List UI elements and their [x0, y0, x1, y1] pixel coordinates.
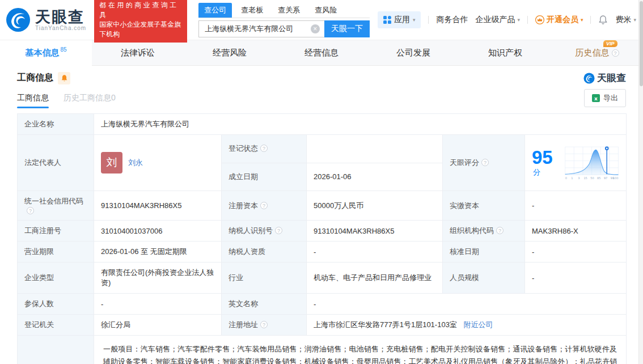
field-label: 组织机构代码?	[443, 221, 525, 242]
tab-company-development[interactable]: 公司发展	[367, 40, 459, 65]
apps-menu[interactable]: 应用 ▾	[378, 11, 421, 28]
score-number: 95	[532, 147, 553, 168]
tab-basic-info[interactable]: 基本信息 85	[0, 40, 92, 66]
vip-badge: VIP	[603, 40, 617, 47]
insured-count-value: -	[94, 294, 222, 315]
subtab-count: 0	[111, 93, 116, 102]
field-label: 注册地址?	[222, 315, 307, 336]
enterprise-products-menu[interactable]: 企业级产品 ▾	[475, 15, 520, 25]
svg-text:97: 97	[604, 176, 607, 180]
tab-history-info[interactable]: 历史信息 VIP ?	[551, 40, 643, 65]
help-icon[interactable]: ?	[260, 202, 268, 209]
field-label: 行业	[222, 263, 307, 294]
menu-divider	[590, 16, 591, 24]
tab-label: 知识产权	[488, 48, 522, 58]
tab-label: 法律诉讼	[121, 48, 155, 58]
table-row: 登记机关 徐汇分局 注册地址? 上海市徐汇区华发路777弄1号1层101-103…	[18, 315, 627, 336]
top-menu: 应用 ▾ 商务合作 企业级产品 ▾ 开通会员 ▾	[378, 11, 636, 28]
business-info-panel: 工商信息 天眼查 工商信息 历史工商信息0	[0, 66, 643, 364]
notification-bell-icon[interactable]	[598, 15, 608, 25]
avatar[interactable]: 刘	[101, 152, 122, 173]
score-unit: 分	[533, 168, 540, 176]
table-row: 企业类型 有限责任公司(外商投资企业法人独资) 行业 机动车、电子产品和日用产品…	[18, 263, 627, 294]
reg-authority-value: 徐汇分局	[94, 315, 222, 336]
legal-rep-link[interactable]: 刘永	[128, 158, 143, 168]
business-term-value: 2026-01-06 至 无固定期限	[94, 242, 222, 263]
svg-text:3: 3	[578, 176, 579, 180]
subtab-business-info[interactable]: 工商信息	[17, 93, 49, 108]
svg-text:15: 15	[583, 176, 587, 180]
registration-info-table: 企业名称 上海纵横无界汽车有限公司 法定代表人 刘 刘永 登记状态? 天眼评分?	[17, 113, 627, 364]
field-label: 成立日期	[222, 163, 307, 191]
field-label: 经营范围?	[18, 336, 94, 364]
bell-icon	[61, 74, 68, 82]
field-label: 统一社会信用代码?	[18, 191, 94, 221]
business-coop-label: 商务合作	[436, 15, 468, 25]
credit-code-value: 91310104MAK3RH86X5	[94, 191, 222, 221]
search-tab-relation[interactable]: 查关系	[272, 3, 306, 18]
help-icon[interactable]: ?	[612, 49, 619, 57]
tab-legal-litigation[interactable]: 法律诉讼	[92, 40, 184, 65]
open-vip-link[interactable]: 开通会员 ▾	[535, 15, 583, 25]
establish-date-value: 2026-01-06	[307, 163, 443, 191]
help-icon[interactable]: ?	[496, 227, 504, 234]
field-label: 营业期限	[18, 242, 94, 263]
svg-text:x: x	[594, 96, 598, 101]
logo-domain: TianYanCha.com	[35, 25, 86, 31]
excel-export-icon: x	[592, 94, 600, 102]
export-button[interactable]: x 导出	[584, 89, 626, 107]
search-tab-company[interactable]: 查公司	[198, 3, 232, 18]
table-row: 参保人数 - 英文名称 -	[18, 294, 627, 315]
tab-label: 经营风险	[213, 48, 247, 58]
tab-label: 基本信息	[25, 48, 59, 58]
search-button[interactable]: 天眼一下	[324, 20, 370, 37]
search-tab-boss[interactable]: 查老板	[235, 3, 269, 18]
clear-input-icon[interactable]: ×	[311, 24, 320, 33]
table-row: 企业名称 上海纵横无界汽车有限公司	[18, 114, 627, 135]
field-label: 核准日期	[443, 242, 525, 263]
tab-label: 公司发展	[396, 48, 430, 58]
scrollbar-thumb[interactable]	[640, 1, 643, 86]
tab-intellectual-property[interactable]: 知识产权	[459, 40, 551, 65]
reg-capital-value: 50000万人民币	[307, 191, 443, 221]
watermark-logo: 天眼查	[583, 71, 626, 84]
help-icon[interactable]: ?	[481, 159, 489, 166]
subtab-history-business-info[interactable]: 历史工商信息0	[64, 93, 116, 108]
staff-size-value: -	[525, 263, 627, 294]
score-widget[interactable]: 95分	[532, 140, 619, 185]
scrollbar[interactable]	[638, 0, 643, 364]
org-code-value: MAK3RH86-X	[525, 221, 627, 242]
industry-value: 机动车、电子产品和日用产品修理业	[307, 263, 443, 294]
table-row: 法定代表人 刘 刘永 登记状态? 天眼评分? 95分	[18, 135, 627, 163]
subscribe-bell-button[interactable]	[58, 72, 70, 84]
enterprise-products-label: 企业级产品	[475, 15, 515, 25]
business-coop-link[interactable]: 商务合作	[436, 15, 468, 25]
apps-label: 应用	[394, 15, 410, 25]
logo-text: 天眼查	[35, 9, 86, 25]
help-icon[interactable]: ?	[275, 227, 282, 234]
search-input[interactable]	[198, 20, 324, 37]
tab-count-badge: 85	[60, 46, 66, 53]
nearby-companies-link[interactable]: 附近公司	[463, 320, 493, 329]
score-distribution-chart: 0 1 3 15 50 85 97 99 100	[564, 142, 619, 183]
table-row: 经营范围? 一般项目：汽车销售；汽车零配件零售；汽车装饰用品销售；润滑油销售；电…	[18, 336, 627, 364]
help-icon[interactable]: ?	[260, 145, 268, 152]
promo-line2: 国家中小企业发展子基金旗下机构	[99, 20, 182, 39]
field-label: 企业类型	[18, 263, 94, 294]
help-icon[interactable]: ?	[27, 207, 34, 214]
search-tab-risk[interactable]: 查风险	[309, 3, 342, 18]
subtab-label: 历史工商信息	[64, 93, 111, 102]
tab-operating-risk[interactable]: 经营风险	[184, 40, 276, 65]
tab-operating-info[interactable]: 经营信息	[276, 40, 367, 65]
field-label: 企业名称	[18, 114, 94, 135]
brand-logo[interactable]: 天眼查 TianYanCha.com	[6, 7, 86, 32]
chevron-down-icon: ▾	[517, 17, 520, 23]
field-label: 登记机关	[18, 315, 94, 336]
tab-label: 经营信息	[304, 48, 339, 58]
promo-line1: 都在用的商业查询工具	[99, 1, 182, 20]
reg-status-value	[307, 135, 443, 163]
svg-text:100: 100	[613, 176, 619, 180]
help-icon[interactable]: ?	[260, 321, 268, 328]
field-label: 实缴资本	[443, 191, 525, 221]
user-menu[interactable]: 费米 ▾	[615, 15, 636, 25]
